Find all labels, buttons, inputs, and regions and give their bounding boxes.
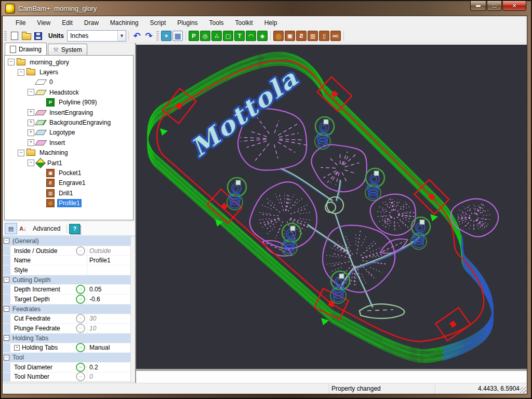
value-source-icon[interactable]: →: [76, 343, 85, 352]
tab-drawing[interactable]: Drawing: [5, 43, 47, 55]
property-row[interactable]: Style →: [3, 265, 135, 275]
expander-icon[interactable]: −: [18, 150, 24, 156]
text-icon[interactable]: T: [234, 31, 245, 41]
chevron-down-icon[interactable]: ▼: [117, 31, 126, 41]
holding-tab-op-icon[interactable]: ▯: [319, 31, 329, 41]
property-row[interactable]: Plunge Feedrate → 10: [3, 324, 135, 334]
property-grid-scrollbar[interactable]: [130, 236, 135, 382]
tree-item-layer-backgroundengraving[interactable]: + BackgroundEngraving: [5, 117, 133, 127]
save-icon[interactable]: [33, 31, 44, 41]
profile-op-icon[interactable]: ◎: [273, 31, 284, 41]
menu-plugins[interactable]: Plugins: [171, 17, 203, 29]
drill-op-icon[interactable]: ▥: [308, 31, 318, 41]
engrave-op-icon[interactable]: Ƨ: [296, 31, 307, 41]
collapse-icon[interactable]: −: [4, 277, 9, 283]
points-icon[interactable]: ∴: [211, 31, 222, 41]
value-source-icon[interactable]: →: [76, 314, 85, 323]
property-row[interactable]: Name → Profile1: [3, 256, 135, 265]
circle-icon[interactable]: ◎: [200, 31, 210, 41]
property-row[interactable]: Inside / Outside → Outside: [3, 246, 135, 256]
value-source-icon[interactable]: →: [76, 285, 85, 294]
tree-item-polyline[interactable]: P Polyline (909): [5, 98, 133, 108]
tree-item-layer-insertengraving[interactable]: + InsertEngraving: [5, 108, 133, 117]
expander-icon[interactable]: −: [18, 69, 24, 76]
value-source-icon[interactable]: →: [76, 372, 85, 381]
alphabetical-sort-icon[interactable]: A↓: [17, 223, 29, 234]
property-section[interactable]: − Feedrates: [3, 304, 135, 314]
rectangle-icon[interactable]: ▢: [223, 31, 233, 41]
toolpath-viewport[interactable]: MottolaMottolaMottola: [136, 45, 527, 369]
property-section[interactable]: − Holding Tabs: [3, 334, 135, 343]
snap-icon[interactable]: ✶: [161, 31, 171, 41]
menu-view[interactable]: View: [31, 17, 56, 29]
menu-edit[interactable]: Edit: [56, 17, 78, 29]
property-row[interactable]: Cut Feedrate → 30: [3, 314, 135, 324]
polyline-icon[interactable]: P: [189, 31, 199, 41]
close-button[interactable]: ✕: [502, 1, 526, 11]
toolbar-grip[interactable]: [4, 31, 7, 41]
tree-item-morning-glory[interactable]: − morning_glory: [5, 57, 133, 67]
pocket-op-icon[interactable]: ▣: [285, 31, 295, 41]
tree-item-drill1[interactable]: ▥ Drill1: [5, 188, 133, 198]
titlebar[interactable]: CamBam+ morning_glory □ ✕: [2, 1, 530, 16]
expander-icon[interactable]: +: [28, 109, 34, 116]
advanced-button[interactable]: Advanced: [29, 224, 64, 233]
grid-icon[interactable]: ▦: [172, 31, 183, 41]
redo-icon[interactable]: ↷: [143, 31, 154, 41]
minimize-button[interactable]: [470, 1, 486, 11]
property-row[interactable]: Tool Number → 0: [3, 373, 135, 382]
tree-item-layers[interactable]: − Layers: [5, 67, 133, 77]
menu-tools[interactable]: Tools: [204, 17, 230, 29]
tree-item-layer-insert[interactable]: + Insert: [5, 138, 133, 148]
arc-icon[interactable]: ◠: [246, 31, 256, 41]
menu-file[interactable]: File: [10, 17, 31, 29]
tree-item-pocket1[interactable]: ▣ Pocket1: [5, 168, 133, 178]
property-section[interactable]: − (General): [3, 236, 135, 246]
property-row[interactable]: Target Depth → -0.6: [3, 295, 135, 304]
collapse-icon[interactable]: −: [4, 335, 9, 341]
tree-item-layer-0[interactable]: 0: [5, 77, 133, 87]
collapse-icon[interactable]: −: [4, 238, 9, 244]
tree-item-engrave1[interactable]: Ƨ Engrave1: [5, 178, 133, 188]
menu-help[interactable]: Help: [259, 17, 283, 29]
tree-item-layer-headstock[interactable]: − Headstock: [5, 87, 133, 97]
expand-icon[interactable]: +: [14, 345, 20, 351]
gcode-op-icon[interactable]: HC: [330, 31, 341, 41]
tree-item-machining[interactable]: − Machining: [5, 148, 133, 158]
collapse-icon[interactable]: −: [4, 306, 9, 312]
tree-item-part1[interactable]: − Part1: [5, 158, 133, 168]
collapse-icon[interactable]: −: [4, 355, 9, 361]
value-source-icon[interactable]: →: [76, 246, 85, 256]
open-file-icon[interactable]: [21, 31, 32, 41]
menu-draw[interactable]: Draw: [78, 17, 104, 29]
property-row[interactable]: Tool Diameter → 0.2: [3, 363, 135, 373]
menu-machining[interactable]: Machining: [104, 17, 144, 29]
expander-icon[interactable]: +: [28, 129, 34, 136]
menu-script[interactable]: Script: [144, 17, 172, 29]
drawing-tree[interactable]: − morning_glory − Layers 0: [4, 55, 134, 220]
resize-grip-icon[interactable]: [520, 387, 526, 393]
toolbar-grip[interactable]: [156, 31, 159, 41]
expander-icon[interactable]: −: [28, 89, 34, 96]
expander-icon[interactable]: +: [28, 119, 34, 126]
property-section[interactable]: − Cutting Depth: [3, 275, 135, 285]
tree-item-layer-logotype[interactable]: + Logotype: [5, 128, 133, 138]
value-source-icon[interactable]: →: [76, 363, 85, 372]
menu-toolkit[interactable]: Toolkit: [230, 17, 259, 29]
categorized-view-icon[interactable]: ▤: [5, 223, 17, 234]
help-icon[interactable]: ?: [69, 224, 80, 234]
property-section[interactable]: − Tool: [3, 353, 135, 363]
property-row[interactable]: Depth Increment → 0.05: [3, 285, 135, 295]
units-select[interactable]: Inches ▼: [67, 30, 126, 42]
surface-icon[interactable]: ◈: [257, 31, 268, 41]
tab-system[interactable]: ⚒ System: [48, 44, 87, 55]
expander-icon[interactable]: −: [8, 59, 15, 65]
expander-icon[interactable]: +: [28, 139, 34, 146]
undo-icon[interactable]: ↶: [131, 31, 142, 41]
property-grid[interactable]: − (General) Inside / Outside → Outside N…: [3, 236, 135, 382]
value-source-icon[interactable]: →: [76, 324, 85, 333]
property-row[interactable]: + Holding Tabs → Manual: [3, 343, 135, 353]
maximize-button[interactable]: □: [487, 1, 502, 11]
tree-item-profile1[interactable]: ◎ Profile1: [5, 198, 133, 208]
expander-icon[interactable]: −: [28, 159, 34, 166]
